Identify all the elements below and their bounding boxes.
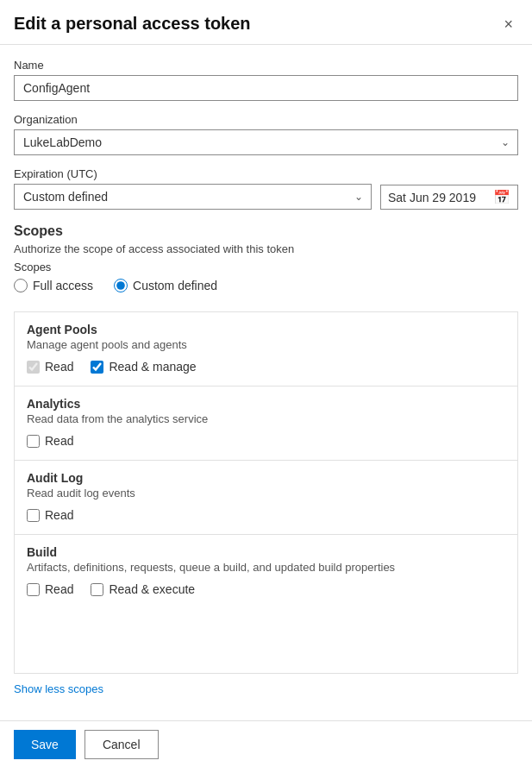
scope-group-build-desc: Artifacts, definitions, requests, queue …: [27, 561, 505, 574]
scope-group-audit-log-options: Read: [27, 508, 505, 522]
scope-group-build-title: Build: [27, 545, 505, 559]
radio-custom-defined[interactable]: Custom defined: [114, 279, 217, 292]
scope-group-build: Build Artifacts, definitions, requests, …: [15, 535, 517, 608]
scope-group-audit-log: Audit Log Read audit log events Read: [15, 461, 517, 535]
edit-pat-dialog: Edit a personal access token × Name Orga…: [0, 0, 532, 773]
agent-pools-read-label: Read: [45, 360, 73, 374]
expiration-select[interactable]: Custom defined 30 days 60 days 90 days: [14, 184, 372, 210]
org-select[interactable]: LukeLabDemo: [14, 129, 518, 155]
org-label: Organization: [14, 113, 518, 126]
radio-full-access-input[interactable]: [14, 279, 28, 292]
cancel-button[interactable]: Cancel: [84, 730, 159, 759]
agent-pools-read-manage-option[interactable]: Read & manage: [91, 360, 196, 374]
radio-custom-defined-label: Custom defined: [133, 279, 217, 292]
scope-group-analytics-options: Read: [27, 434, 505, 448]
name-input[interactable]: [14, 75, 518, 101]
build-read-checkbox[interactable]: [27, 583, 40, 596]
analytics-read-label: Read: [45, 434, 73, 448]
analytics-read-checkbox[interactable]: [27, 435, 40, 448]
dialog-body: Name Organization LukeLabDemo ⌄ Expirati…: [0, 45, 532, 720]
dialog-footer: Save Cancel: [0, 720, 532, 773]
close-button[interactable]: ×: [498, 15, 518, 34]
expiration-label: Expiration (UTC): [14, 167, 518, 180]
scopes-scroll-area[interactable]: Agent Pools Manage agent pools and agent…: [14, 311, 518, 674]
radio-full-access[interactable]: Full access: [14, 279, 93, 292]
name-label: Name: [14, 59, 518, 72]
build-read-execute-checkbox[interactable]: [91, 583, 103, 596]
scope-group-agent-pools-desc: Manage agent pools and agents: [27, 338, 505, 351]
scope-group-analytics-desc: Read data from the analytics service: [27, 412, 505, 425]
scope-group-analytics: Analytics Read data from the analytics s…: [15, 386, 517, 461]
scopes-section: Scopes Authorize the scope of access ass…: [14, 223, 518, 303]
scope-group-agent-pools: Agent Pools Manage agent pools and agent…: [15, 312, 517, 386]
scope-group-analytics-title: Analytics: [27, 397, 505, 411]
audit-log-read-option[interactable]: Read: [27, 508, 73, 522]
scope-group-build-options: Read Read & execute: [27, 582, 505, 596]
build-read-execute-option[interactable]: Read & execute: [91, 582, 195, 596]
date-input-wrapper[interactable]: Sat Jun 29 2019 📅: [380, 185, 518, 210]
agent-pools-read-manage-checkbox[interactable]: [91, 361, 103, 374]
agent-pools-read-option[interactable]: Read: [27, 360, 73, 374]
agent-pools-read-checkbox[interactable]: [27, 361, 40, 374]
calendar-icon[interactable]: 📅: [493, 189, 510, 205]
scope-group-agent-pools-title: Agent Pools: [27, 323, 505, 336]
radio-custom-defined-input[interactable]: [114, 279, 128, 292]
date-value: Sat Jun 29 2019: [388, 191, 488, 204]
audit-log-read-checkbox[interactable]: [27, 509, 40, 522]
build-read-execute-label: Read & execute: [109, 582, 195, 596]
scope-group-audit-log-title: Audit Log: [27, 471, 505, 485]
agent-pools-read-manage-label: Read & manage: [109, 360, 196, 374]
build-read-label: Read: [45, 582, 73, 596]
save-button[interactable]: Save: [14, 730, 76, 759]
expiration-row: Custom defined 30 days 60 days 90 days ⌄…: [14, 184, 518, 210]
scopes-description: Authorize the scope of access associated…: [14, 242, 518, 255]
dialog-header: Edit a personal access token ×: [0, 0, 532, 45]
scopes-radio-group: Full access Custom defined: [14, 279, 518, 292]
scope-group-audit-log-desc: Read audit log events: [27, 487, 505, 500]
scopes-sub-label: Scopes: [14, 261, 518, 273]
analytics-read-option[interactable]: Read: [27, 434, 73, 448]
radio-full-access-label: Full access: [33, 279, 93, 292]
dialog-title: Edit a personal access token: [14, 14, 251, 34]
org-select-wrapper: LukeLabDemo ⌄: [14, 129, 518, 155]
scope-group-agent-pools-options: Read Read & manage: [27, 360, 505, 374]
show-less-scopes-link[interactable]: Show less scopes: [14, 682, 518, 695]
expiration-select-wrapper: Custom defined 30 days 60 days 90 days ⌄: [14, 184, 372, 210]
build-read-option[interactable]: Read: [27, 582, 73, 596]
scopes-title: Scopes: [14, 223, 518, 239]
audit-log-read-label: Read: [45, 508, 73, 522]
